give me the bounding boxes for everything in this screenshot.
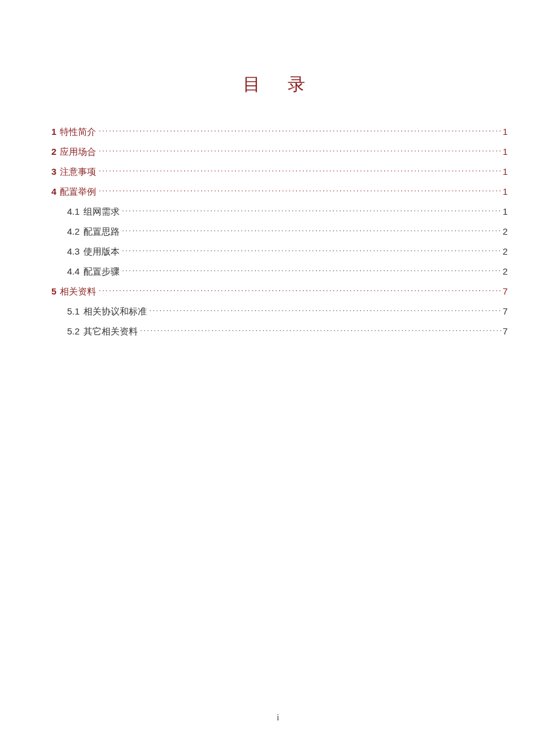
toc-leader-dots — [122, 246, 502, 255]
toc-entry-page: 1 — [503, 186, 508, 197]
toc-entry-page: 1 — [503, 126, 508, 137]
toc-entry[interactable]: 5.1相关协议和标准7 — [51, 305, 508, 318]
toc-entry[interactable]: 5.2其它相关资料7 — [51, 325, 508, 337]
toc-leader-dots — [140, 325, 502, 334]
toc-entry-number: 4.4 — [67, 266, 80, 276]
toc-entry-label: 相关资料 — [60, 286, 96, 298]
toc-entry-label: 应用场合 — [60, 146, 96, 158]
toc-entry-number: 4.1 — [67, 206, 80, 217]
toc-entry-label: 注意事项 — [60, 166, 96, 178]
toc-leader-dots — [99, 146, 501, 155]
toc-leader-dots — [149, 305, 502, 314]
toc-leader-dots — [99, 285, 501, 295]
toc-entry-page: 7 — [503, 306, 508, 316]
toc-title: 目 录 — [51, 73, 508, 97]
toc-entry-label: 配置举例 — [60, 186, 96, 198]
toc-entry-number: 4 — [51, 186, 56, 197]
toc-entry[interactable]: 4.4配置步骤2 — [51, 266, 508, 278]
toc-leader-dots — [122, 266, 502, 275]
toc-entry-number: 2 — [51, 146, 56, 157]
toc-entry-number: 5 — [51, 286, 56, 296]
toc-entry-number: 1 — [51, 126, 56, 137]
toc-entry[interactable]: 2应用场合1 — [51, 146, 508, 158]
toc-entry-page: 7 — [503, 286, 508, 296]
toc-leader-dots — [122, 206, 502, 215]
toc-leader-dots — [99, 186, 501, 195]
document-page: 目 录 1特性简介12应用场合13注意事项14配置举例14.1组网需求14.2配… — [0, 0, 556, 756]
toc-leader-dots — [99, 166, 501, 175]
toc-entry[interactable]: 5相关资料7 — [51, 285, 508, 298]
toc-entry-page: 2 — [503, 246, 508, 256]
toc-entry-label: 使用版本 — [83, 246, 120, 258]
toc-entry-label: 组网需求 — [83, 206, 120, 218]
toc-entry[interactable]: 4.1组网需求1 — [51, 206, 508, 218]
toc-entry-page: 1 — [503, 206, 508, 217]
toc-entry-page: 1 — [503, 166, 508, 177]
toc-leader-dots — [99, 126, 501, 135]
page-number: i — [0, 713, 556, 723]
toc-entry-label: 配置步骤 — [83, 266, 120, 278]
toc-entry[interactable]: 4.2配置思路2 — [51, 226, 508, 238]
toc-entry-page: 1 — [503, 146, 508, 157]
toc-entry-page: 7 — [503, 326, 508, 336]
toc-entry-label: 相关协议和标准 — [83, 306, 147, 318]
toc-entry-page: 2 — [503, 266, 508, 276]
toc-entry-label: 特性简介 — [60, 126, 96, 138]
toc-entry-number: 4.2 — [67, 226, 80, 236]
toc-entry[interactable]: 1特性简介1 — [51, 126, 508, 138]
toc-entry-label: 配置思路 — [83, 226, 120, 238]
toc-entry-number: 4.3 — [67, 246, 80, 256]
toc-entry[interactable]: 4配置举例1 — [51, 186, 508, 198]
toc-entry[interactable]: 4.3使用版本2 — [51, 246, 508, 258]
toc-entry-page: 2 — [503, 226, 508, 236]
toc-leader-dots — [122, 226, 502, 235]
toc-entry-number: 5.2 — [67, 326, 80, 336]
toc-entry-label: 其它相关资料 — [83, 326, 138, 337]
toc-entry-number: 5.1 — [67, 306, 80, 316]
toc-entry-number: 3 — [51, 166, 56, 177]
toc-list: 1特性简介12应用场合13注意事项14配置举例14.1组网需求14.2配置思路2… — [51, 126, 508, 337]
toc-entry[interactable]: 3注意事项1 — [51, 166, 508, 178]
